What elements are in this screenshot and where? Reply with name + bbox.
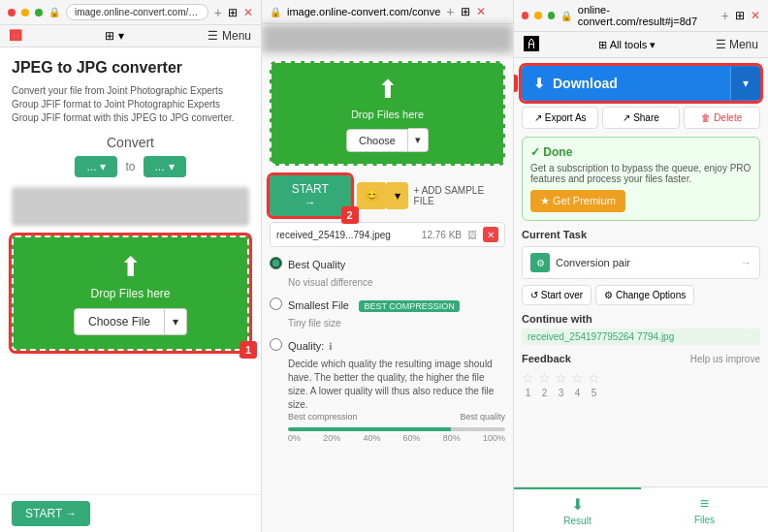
timer-button[interactable]: 😊 [357, 182, 387, 209]
delete-icon: 🗑 [701, 112, 711, 123]
mid-upload-dropzone[interactable]: ⬆ Drop Files here Choose ▾ [270, 61, 505, 166]
right-close-tab-icon[interactable]: ✕ [751, 9, 760, 22]
mid-choose-dropdown[interactable]: ▾ [408, 128, 429, 152]
custom-quality-radio[interactable] [270, 338, 282, 351]
star-2-icon: ☆ [538, 370, 551, 386]
convert-row: ... ▾ to ... ▾ [12, 156, 249, 177]
done-desc: Get a subscription to bypass the queue, … [530, 163, 752, 184]
delete-button[interactable]: 🗑 Delete [684, 107, 760, 129]
from-format-btn[interactable]: ... ▾ [75, 156, 117, 177]
mid-new-tab-icon[interactable]: + [446, 4, 454, 19]
start-button-mid[interactable]: START → [270, 175, 351, 216]
close-dot [8, 9, 16, 16]
premium-button[interactable]: ★ Get Premium [530, 190, 625, 212]
star-5[interactable]: ☆5 [588, 370, 600, 398]
right-panel: 🔒 online-convert.com/result#j=8d7 + ⊞ ✕ … [514, 0, 768, 532]
choose-file-container: Choose File ▾ [27, 308, 234, 335]
mid-panel: 🔒 image.online-convert.com/conve + ⊞ ✕ ⬆… [262, 0, 514, 532]
download-button[interactable]: ⬇ Download [522, 66, 730, 101]
left-url-bar[interactable]: image.online-convert.com/conve [66, 4, 208, 20]
left-topbar: 🅰 ⊞ ▾ ☰ Menu [0, 25, 261, 47]
best-quality-label: Best Quality [288, 259, 345, 270]
left-bottom: START → [0, 494, 261, 532]
to-label: to [125, 160, 135, 173]
choose-file-dropdown[interactable]: ▾ [165, 308, 187, 335]
best-quality-option: Best Quality No visual difference [270, 255, 505, 290]
bottom-tabs: ⬇ Result ≡ Files [514, 486, 768, 532]
export-as-button[interactable]: ↗ Export As [522, 107, 598, 129]
tab-icon: ⊞ [228, 6, 238, 19]
file-row: received_25419...794.jpeg 12.76 KB 🖼 ✕ [270, 222, 505, 247]
right-menu-area[interactable]: ☰ Menu [716, 38, 758, 51]
mid-tab-icon: ⊞ [461, 5, 470, 18]
change-options-button[interactable]: ⚙ Change Options [595, 285, 694, 305]
right-content: 3 ⬇ Download ▾ ↗ Export As ↗ Share 🗑 Del… [514, 58, 768, 486]
page-description: Convert your file from Joint Photographi… [12, 84, 249, 125]
share-icon: ↗ [623, 112, 630, 123]
star-2[interactable]: ☆2 [538, 370, 551, 398]
left-panel: 🔒 image.online-convert.com/conve + ⊞ ✕ 🅰… [0, 0, 262, 532]
right-logo: 🅰 [524, 36, 539, 53]
files-tab[interactable]: ≡ Files [641, 487, 768, 532]
custom-quality-label: Quality: [288, 340, 324, 352]
drop-text: Drop Files here [27, 287, 234, 300]
result-tab[interactable]: ⬇ Result [514, 487, 641, 532]
continue-label: Continue with [522, 313, 760, 325]
star-3[interactable]: ☆3 [555, 370, 567, 398]
file-name: received_25419...794.jpeg [276, 230, 416, 240]
star-4[interactable]: ☆4 [571, 370, 584, 398]
min-dot [21, 9, 29, 16]
right-browser-bar: 🔒 online-convert.com/result#j=8d7 + ⊞ ✕ [514, 0, 768, 32]
mid-url-bar[interactable]: image.online-convert.com/conve [287, 6, 440, 17]
smallest-file-radio[interactable] [270, 297, 282, 310]
best-quality-radio[interactable] [270, 257, 282, 269]
custom-quality-option: Quality: ℹ Decide which quality the resu… [270, 336, 505, 443]
conversion-pair-row: ⚙ Conversion pair → [522, 246, 760, 279]
start-over-button[interactable]: ↺ Start over [522, 285, 592, 305]
mid-close-tab-icon[interactable]: ✕ [476, 5, 486, 18]
share-button[interactable]: ↗ Share [602, 107, 679, 129]
menu-area[interactable]: ☰ Menu [208, 29, 251, 43]
result-tab-label: Result [563, 516, 591, 526]
right-topbar: 🅰 ⊞ All tools ▾ ☰ Menu [514, 32, 768, 58]
new-tab-icon[interactable]: + [214, 5, 222, 20]
star-3-icon: ☆ [555, 370, 567, 386]
task-actions: ↺ Start over ⚙ Change Options [522, 285, 760, 305]
upload-dropzone[interactable]: ⬆ Drop Files here Choose File ▾ [12, 235, 249, 351]
continue-file: received_254197795264 7794.jpg [522, 329, 760, 345]
start-row: START → 2 😊 ▾ + ADD SAMPLE FILE [262, 170, 513, 222]
mid-choose-file-container: Choose ▾ [283, 128, 492, 152]
to-format-btn[interactable]: ... ▾ [144, 156, 186, 177]
schedule-button[interactable]: ▾ [387, 182, 408, 209]
export-icon: ↗ [534, 112, 542, 123]
pct-labels: 0% 20% 40% 60% 80% 100% [288, 433, 505, 443]
continue-section: Continue with received_254197795264 7794… [522, 313, 760, 345]
right-url-bar[interactable]: online-convert.com/result#j=8d7 [578, 4, 716, 27]
download-chevron-button[interactable]: ▾ [730, 67, 760, 100]
feedback-row: Feedback Help us improve [522, 353, 760, 364]
current-task-section: Current Task ⚙ Conversion pair → ↺ Start… [522, 229, 760, 305]
mid-upload-icon: ⬆ [283, 75, 492, 105]
star-1[interactable]: ☆1 [522, 370, 534, 398]
smallest-file-label: Smallest File [288, 299, 349, 311]
stars-row: ☆1 ☆2 ☆3 ☆4 ☆5 [522, 370, 760, 398]
best-compression-badge: BEST COMPRESSION [359, 300, 459, 312]
mid-lock-icon: 🔒 [270, 7, 281, 17]
quality-section: Best Quality No visual difference Smalle… [262, 251, 513, 532]
mid-browser-bar: 🔒 image.online-convert.com/conve + ⊞ ✕ [262, 0, 513, 24]
add-sample-link[interactable]: + ADD SAMPLE FILE [414, 185, 505, 206]
right-lock-icon: 🔒 [560, 11, 572, 21]
file-remove-button[interactable]: ✕ [483, 227, 498, 242]
right-new-tab-icon[interactable]: + [721, 8, 729, 23]
blurred-banner [12, 187, 249, 226]
logo: 🅰 [10, 29, 21, 43]
start-button-left[interactable]: START → [12, 501, 90, 526]
close-tab-icon[interactable]: ✕ [243, 6, 253, 19]
mid-choose-file-button[interactable]: Choose [346, 129, 408, 152]
feedback-label: Feedback [522, 353, 571, 364]
upload-icon: ⬆ [27, 251, 234, 283]
quality-slider-track [288, 427, 505, 431]
left-browser-bar: 🔒 image.online-convert.com/conve + ⊞ ✕ [0, 0, 261, 25]
choose-file-button[interactable]: Choose File [74, 308, 165, 335]
download-btn-row: 3 ⬇ Download ▾ [522, 66, 760, 101]
